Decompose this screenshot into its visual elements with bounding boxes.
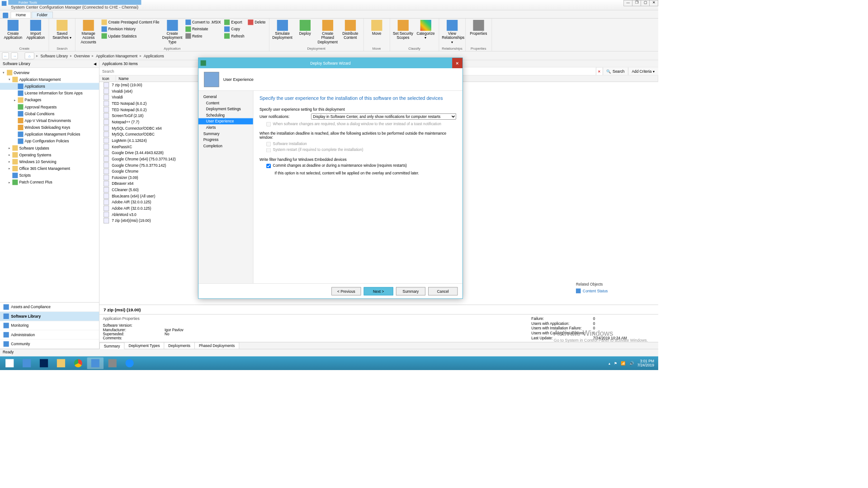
tray-flag-icon[interactable]: ⚑ [614,361,618,366]
maximize2-button[interactable]: ▢ [641,0,650,6]
crumb-1[interactable]: Overview [74,54,90,58]
crumb-0[interactable]: Software Library [40,54,68,58]
saved-searches-button[interactable]: Saved Searches ▾ [51,19,73,40]
retire-button[interactable]: Retire [184,33,222,39]
task-chrome[interactable] [70,357,86,369]
detail-tab[interactable]: Summary [99,343,124,349]
detail-tab[interactable]: Phased Deployments [194,343,239,349]
wizard-step[interactable]: Scheduling [198,112,253,118]
wizard-step[interactable]: User Experience [198,118,253,125]
phased-deploy-button[interactable]: Create Phased Deployment [316,19,339,44]
tray-clock[interactable]: 3:01 PM7/24/2019 [637,359,654,367]
tree-node[interactable]: ▸Packages [0,97,99,103]
tree-node[interactable]: Applications [0,83,99,90]
previous-button[interactable]: < Previous [331,287,361,295]
tree-node[interactable]: Application Management Policies [0,131,99,138]
deploy-button[interactable]: Deploy [294,19,316,36]
crumb-2[interactable]: Application Management [96,54,137,58]
content-status-link[interactable]: Content Status [576,288,651,293]
task-server-manager[interactable] [19,357,35,369]
col-icon[interactable]: Icon [99,75,116,82]
wizard-close-button[interactable]: ✕ [452,58,462,68]
wunderbar-item[interactable]: Assets and Compliance [0,303,99,312]
move-button[interactable]: Move [366,19,388,36]
nav-fwd-button[interactable]: → [11,52,18,59]
delete-button[interactable]: Delete [246,19,267,25]
wizard-step[interactable]: Completion [198,143,253,149]
cancel-button[interactable]: Cancel [428,287,458,295]
detail-tab[interactable]: Deployment Types [124,343,165,349]
tree-node[interactable]: ▸Patch Connect Plus [0,179,99,186]
simulate-deploy-button[interactable]: Simulate Deployment [271,19,293,40]
wizard-step[interactable]: Progress [198,137,253,143]
copy-button[interactable]: Copy [223,26,245,33]
detail-tab[interactable]: Deployments [164,343,194,349]
tab-folder[interactable]: Folder [32,12,52,18]
wizard-step[interactable]: General [198,94,253,100]
close-button[interactable]: ✕ [649,0,658,6]
tray-network-icon[interactable]: 📶 [621,361,626,366]
security-scopes-button[interactable]: Set Security Scopes [392,19,414,40]
task-explorer[interactable] [53,357,69,369]
update-stats-button[interactable]: Update Statistics [100,33,160,39]
task-powershell[interactable] [36,357,52,369]
nav-home-button[interactable]: ⌂ [25,52,34,59]
nav-back-button[interactable]: ← [2,52,9,59]
user-notifications-select[interactable]: Display in Software Center, and only sho… [311,113,457,120]
tree-node[interactable]: App Configuration Policies [0,138,99,145]
wizard-step[interactable]: Content [198,100,253,106]
tree-node[interactable]: ▾Application Management [0,76,99,83]
tab-home[interactable]: Home [11,12,31,18]
wizard-step[interactable]: Deployment Settings [198,106,253,112]
maximize-button[interactable]: ❐ [632,0,641,6]
reinstate-button[interactable]: Reinstate [184,26,222,33]
qat-button[interactable] [3,13,8,18]
tray-sound-icon[interactable]: 🔊 [629,361,634,366]
tree-node[interactable]: ▸Software Updates [0,145,99,151]
wizard-step[interactable]: Alerts [198,124,253,131]
tree-node[interactable]: ▸Office 365 Client Management [0,165,99,172]
add-criteria-button[interactable]: Add Criteria ▾ [628,67,658,75]
create-application-button[interactable]: Create Application [2,19,24,40]
tree-node[interactable]: ▾Overview [0,69,99,76]
properties-button[interactable]: Properties [467,19,490,36]
search-button[interactable]: 🔍Search [603,67,628,75]
clear-search-button[interactable]: ✕ [596,67,603,75]
export-button[interactable]: Export [223,19,245,25]
tree-node[interactable]: Approval Requests [0,103,99,110]
tray-up-icon[interactable]: ▴ [609,361,611,366]
wizard-step[interactable]: Summary [198,131,253,137]
task-ie[interactable] [121,357,137,369]
navpane-collapse-icon[interactable]: ◀ [94,61,96,66]
wunderbar-item[interactable]: Monitoring [0,321,99,330]
manage-access-button[interactable]: Manage Access Accounts [77,19,99,44]
next-button[interactable]: Next > [364,287,393,295]
tree-node[interactable]: App-V Virtual Environments [0,117,99,124]
tree-node[interactable]: License Information for Store Apps [0,90,99,97]
view-relationships-button[interactable]: View Relationships ▾ [441,19,463,44]
tree-node[interactable]: Windows Sideloading Keys [0,124,99,131]
tree-node[interactable]: Scripts [0,172,99,179]
convert-msix-button[interactable]: Convert to .MSIX [184,19,222,25]
tree-node[interactable]: ▸Windows 10 Servicing [0,158,99,165]
create-deploy-type-button[interactable]: Create Deployment Type [161,19,184,44]
import-application-button[interactable]: Import Application [25,19,47,40]
refresh-button[interactable]: Refresh [223,33,245,39]
wunderbar-item[interactable]: Administration [0,330,99,339]
prestaged-button[interactable]: Create Prestaged Content File [100,19,160,25]
wunderbar-item[interactable]: Software Library [0,312,99,321]
task-sccm[interactable] [87,357,104,369]
system-restart-checkbox: System restart (if required to complete … [266,148,456,153]
task-settings[interactable] [104,357,121,369]
wunderbar-item[interactable]: Community [0,339,99,348]
minimize-button[interactable]: — [623,0,632,6]
crumb-3[interactable]: Applications [144,54,164,58]
tree-node[interactable]: Global Conditions [0,110,99,117]
categorize-button[interactable]: Categorize ▾ [415,19,437,40]
commit-changes-checkbox[interactable]: Commit changes at deadline or during a m… [266,164,456,169]
summary-button[interactable]: Summary [396,287,425,295]
tree-node[interactable]: ▸Operating Systems [0,151,99,158]
distribute-button[interactable]: Distribute Content [339,19,361,40]
revision-button[interactable]: Revision History [100,26,160,33]
start-button[interactable] [1,357,18,369]
